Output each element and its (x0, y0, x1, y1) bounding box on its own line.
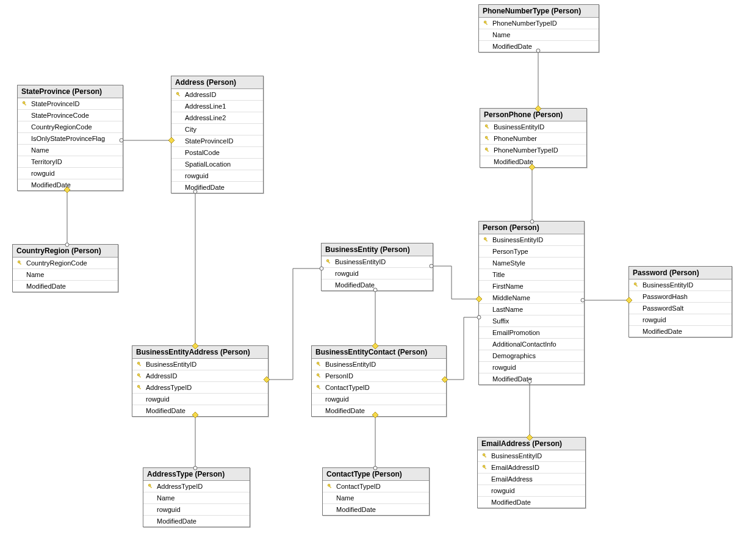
column-row[interactable]: BusinessEntityID (132, 359, 268, 370)
column-row[interactable]: Title (479, 269, 584, 281)
column-row[interactable]: BusinessEntityID (478, 450, 585, 462)
table-contactType[interactable]: ContactType (Person)ContactTypeIDNameMod… (322, 467, 430, 516)
column-row[interactable]: rowguid (143, 504, 250, 516)
table-countryRegion[interactable]: CountryRegion (Person)CountryRegionCodeN… (12, 244, 118, 292)
table-header[interactable]: BusinessEntity (Person) (322, 243, 433, 256)
table-header[interactable]: Person (Person) (479, 222, 584, 234)
column-row[interactable]: ModifiedDate (312, 405, 446, 416)
table-password[interactable]: Password (Person)BusinessEntityIDPasswor… (628, 266, 732, 337)
column-row[interactable]: ModifiedDate (479, 41, 599, 52)
column-row[interactable]: ModifiedDate (18, 179, 123, 190)
table-header[interactable]: CountryRegion (Person) (13, 245, 118, 258)
column-row[interactable]: CountryRegionCode (13, 258, 118, 269)
table-personPhone[interactable]: PersonPhone (Person)BusinessEntityIDPhon… (480, 108, 587, 168)
column-row[interactable]: Name (18, 145, 123, 156)
column-row[interactable]: StateProvinceCode (18, 110, 123, 121)
column-row[interactable]: ModifiedDate (132, 405, 268, 416)
column-row[interactable]: Name (143, 492, 250, 504)
table-businessEntityContact[interactable]: BusinessEntityContact (Person)BusinessEn… (311, 345, 447, 417)
column-row[interactable]: PasswordSalt (629, 303, 732, 314)
table-header[interactable]: StateProvince (Person) (18, 85, 123, 98)
column-name: AddressLine2 (184, 112, 261, 123)
table-phoneNumberType[interactable]: PhoneNumberType (Person)PhoneNumberTypeI… (478, 4, 599, 52)
column-row[interactable]: rowguid (478, 485, 585, 497)
table-header[interactable]: Address (Person) (171, 76, 263, 89)
column-row[interactable]: FirstName (479, 281, 584, 292)
column-row[interactable]: AdditionalContactInfo (479, 339, 584, 350)
column-row[interactable]: CountryRegionCode (18, 121, 123, 133)
column-row[interactable]: PersonID (312, 370, 446, 382)
column-row[interactable]: rowguid (629, 314, 732, 326)
table-businessEntityAddress[interactable]: BusinessEntityAddress (Person)BusinessEn… (132, 345, 268, 417)
column-row[interactable]: rowguid (171, 170, 263, 182)
column-row[interactable]: SpatialLocation (171, 159, 263, 170)
column-row[interactable]: AddressID (132, 370, 268, 382)
column-row[interactable]: rowguid (479, 362, 584, 373)
column-row[interactable]: Demographics (479, 350, 584, 362)
column-row[interactable]: ModifiedDate (171, 182, 263, 193)
column-row[interactable]: TerritoryID (18, 156, 123, 168)
table-header[interactable]: BusinessEntityAddress (Person) (132, 346, 268, 359)
table-address[interactable]: Address (Person)AddressIDAddressLine1Add… (171, 76, 264, 193)
column-row[interactable]: AddressTypeID (132, 382, 268, 394)
column-row[interactable]: Name (479, 29, 599, 41)
column-row[interactable]: PersonType (479, 246, 584, 258)
column-row[interactable]: AddressTypeID (143, 481, 250, 492)
table-businessEntity[interactable]: BusinessEntity (Person)BusinessEntityIDr… (321, 243, 433, 291)
column-row[interactable]: MiddleName (479, 292, 584, 304)
column-row[interactable]: ModifiedDate (478, 497, 585, 508)
table-header[interactable]: EmailAddress (Person) (478, 438, 585, 450)
table-stateProvince[interactable]: StateProvince (Person)StateProvinceIDSta… (17, 85, 123, 191)
column-row[interactable]: AddressLine1 (171, 101, 263, 112)
column-row[interactable]: StateProvinceID (171, 135, 263, 147)
table-columns: BusinessEntityIDPasswordHashPasswordSalt… (629, 279, 732, 337)
table-header[interactable]: AddressType (Person) (143, 468, 250, 481)
column-row[interactable]: EmailPromotion (479, 327, 584, 339)
table-header[interactable]: Password (Person) (629, 267, 732, 279)
column-row[interactable]: ModifiedDate (322, 279, 433, 290)
column-row[interactable]: AddressLine2 (171, 112, 263, 124)
column-row[interactable]: ModifiedDate (323, 504, 429, 515)
table-emailAddress[interactable]: EmailAddress (Person)BusinessEntityIDEma… (477, 437, 586, 508)
column-row[interactable]: City (171, 124, 263, 135)
column-row[interactable]: rowguid (322, 268, 433, 279)
column-row[interactable]: PhoneNumberTypeID (480, 145, 586, 156)
column-row[interactable]: LastName (479, 304, 584, 315)
column-row[interactable]: Name (323, 492, 429, 504)
column-row[interactable]: ModifiedDate (629, 326, 732, 337)
column-row[interactable]: PhoneNumberTypeID (479, 18, 599, 29)
table-header[interactable]: PersonPhone (Person) (480, 109, 586, 121)
column-row[interactable]: rowguid (132, 394, 268, 405)
column-row[interactable]: BusinessEntityID (629, 279, 732, 291)
column-row[interactable]: ContactTypeID (312, 382, 446, 394)
column-row[interactable]: ContactTypeID (323, 481, 429, 492)
column-row[interactable]: PhoneNumber (480, 133, 586, 145)
column-row[interactable]: PostalCode (171, 147, 263, 159)
column-row[interactable]: ModifiedDate (143, 516, 250, 527)
column-row[interactable]: PasswordHash (629, 291, 732, 303)
column-row[interactable]: ModifiedDate (480, 156, 586, 167)
column-name: EmailAddressID (490, 462, 583, 473)
column-row[interactable]: BusinessEntityID (322, 256, 433, 268)
column-row[interactable]: Name (13, 269, 118, 281)
table-header[interactable]: BusinessEntityContact (Person) (312, 346, 446, 359)
column-row[interactable]: StateProvinceID (18, 98, 123, 110)
column-row[interactable]: ModifiedDate (13, 281, 118, 292)
column-row[interactable]: EmailAddressID (478, 462, 585, 474)
column-row[interactable]: BusinessEntityID (312, 359, 446, 370)
column-row[interactable]: EmailAddress (478, 474, 585, 485)
column-row[interactable]: Suffix (479, 315, 584, 327)
column-row[interactable]: AddressID (171, 89, 263, 101)
column-name: AddressTypeID (156, 481, 247, 492)
column-row[interactable]: rowguid (18, 168, 123, 179)
column-row[interactable]: IsOnlyStateProvinceFlag (18, 133, 123, 145)
table-person[interactable]: Person (Person)BusinessEntityIDPersonTyp… (478, 221, 585, 385)
column-row[interactable]: NameStyle (479, 258, 584, 269)
table-addressType[interactable]: AddressType (Person)AddressTypeIDNamerow… (143, 467, 250, 527)
column-row[interactable]: ModifiedDate (479, 373, 584, 384)
column-row[interactable]: BusinessEntityID (480, 121, 586, 133)
table-header[interactable]: ContactType (Person) (323, 468, 429, 481)
column-row[interactable]: rowguid (312, 394, 446, 405)
table-header[interactable]: PhoneNumberType (Person) (479, 5, 599, 18)
column-row[interactable]: BusinessEntityID (479, 234, 584, 246)
